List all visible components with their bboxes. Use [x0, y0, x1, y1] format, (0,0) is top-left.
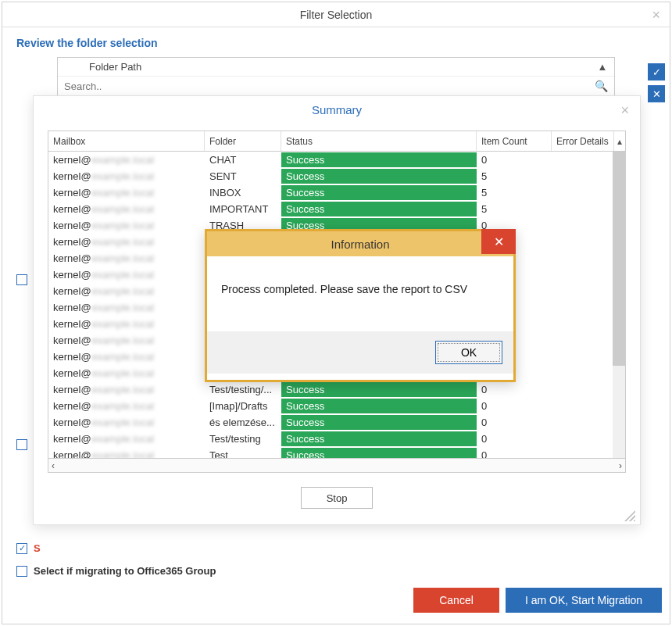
cell-folder: SENT	[205, 168, 281, 184]
resize-grip-icon[interactable]	[624, 510, 635, 521]
table-row[interactable]: kernel@example.localés elemzése...Succes…	[48, 414, 625, 431]
skip-option-label: S_________________________________	[34, 542, 227, 554]
folder-search-row: 🔍	[58, 77, 614, 95]
cell-count: 0	[477, 447, 552, 458]
cell-count: 5	[477, 201, 552, 217]
cell-folder: Test/testing/...	[205, 381, 281, 398]
cell-mailbox: kernel@example.local	[48, 234, 205, 250]
cell-status: Success	[281, 169, 477, 184]
cell-mailbox: kernel@example.local	[48, 447, 205, 458]
summary-titlebar: Summary ×	[34, 96, 640, 123]
cell-folder: Test	[205, 447, 281, 458]
table-row[interactable]: kernel@example.local[Imap]/DraftsSuccess…	[48, 398, 625, 414]
scroll-left-icon[interactable]: ‹	[52, 460, 55, 471]
close-icon[interactable]: ×	[616, 101, 634, 120]
cell-count: 0	[477, 398, 552, 414]
cell-folder: és elemzése...	[205, 414, 281, 431]
cell-mailbox: kernel@example.local	[48, 316, 205, 332]
col-error[interactable]: Error Details	[552, 131, 614, 151]
sort-up-icon[interactable]: ▲	[597, 62, 608, 73]
table-row[interactable]: kernel@example.localIMPORTANTSuccess5	[48, 201, 625, 217]
cell-folder: INBOX	[205, 184, 281, 201]
cell-status: Success	[281, 415, 477, 430]
side-chips: ✓ ✕	[648, 63, 665, 102]
info-footer: OK	[207, 331, 513, 374]
o365-option-row[interactable]: Select if migrating to Office365 Group	[16, 565, 227, 577]
info-message: Process completed. Please save the repor…	[207, 256, 513, 331]
checkbox-icon[interactable]	[16, 566, 27, 577]
cell-mailbox: kernel@example.local	[48, 299, 205, 316]
cell-mailbox: kernel@example.local	[48, 365, 205, 381]
cell-status: Success	[281, 431, 477, 446]
cell-count: 0	[477, 152, 552, 168]
cancel-button[interactable]: Cancel	[413, 588, 499, 613]
search-input[interactable]	[64, 80, 595, 92]
ok-button[interactable]: OK	[435, 341, 502, 364]
vertical-scrollbar[interactable]	[613, 152, 625, 458]
stop-button[interactable]: Stop	[301, 487, 373, 509]
close-icon[interactable]: ✕	[481, 229, 516, 254]
cell-count: 5	[477, 168, 552, 184]
cell-mailbox: kernel@example.local	[48, 250, 205, 266]
cell-count: 0	[477, 414, 552, 431]
clear-all-icon[interactable]: ✕	[648, 85, 665, 102]
table-row[interactable]: kernel@example.localTest/testing/...Succ…	[48, 381, 625, 398]
filter-title: Filter Selection	[300, 9, 373, 21]
cell-mailbox: kernel@example.local	[48, 349, 205, 365]
review-folder-label: Review the folder selection	[2, 27, 670, 57]
cell-count: 0	[477, 381, 552, 398]
cell-count: 5	[477, 184, 552, 201]
cell-mailbox: kernel@example.local	[48, 168, 205, 184]
sort-up-icon[interactable]: ▴	[614, 131, 625, 151]
table-row[interactable]: kernel@example.localCHATSuccess0	[48, 152, 625, 168]
lower-options: S_________________________________ Selec…	[16, 542, 227, 577]
cell-mailbox: kernel@example.local	[48, 201, 205, 217]
checkbox-icon[interactable]	[16, 439, 27, 450]
cell-folder: IMPORTANT	[205, 201, 281, 217]
search-icon[interactable]: 🔍	[595, 80, 608, 92]
cell-status: Success	[281, 185, 477, 200]
table-row[interactable]: kernel@example.localSENTSuccess5	[48, 168, 625, 184]
start-migration-button[interactable]: I am OK, Start Migration	[506, 588, 662, 613]
scrollbar-thumb[interactable]	[613, 152, 625, 366]
col-status[interactable]: Status	[281, 131, 477, 151]
grid-header[interactable]: Mailbox Folder Status Item Count Error D…	[48, 131, 625, 152]
cell-status: Success	[281, 399, 477, 413]
cell-mailbox: kernel@example.local	[48, 266, 205, 283]
cell-mailbox: kernel@example.local	[48, 414, 205, 431]
cell-status: Success	[281, 448, 477, 458]
checkbox-icon[interactable]	[16, 543, 27, 554]
checkbox-icon[interactable]	[16, 274, 27, 285]
cell-mailbox: kernel@example.local	[48, 217, 205, 234]
skip-option-row[interactable]: S_________________________________	[16, 542, 227, 554]
col-count[interactable]: Item Count	[477, 131, 552, 151]
folder-path-label: Folder Path	[89, 61, 141, 73]
footer-buttons: Cancel I am OK, Start Migration	[413, 588, 662, 613]
cell-mailbox: kernel@example.local	[48, 184, 205, 201]
cell-mailbox: kernel@example.local	[48, 381, 205, 398]
information-dialog: Information ✕ Process completed. Please …	[205, 229, 516, 382]
cell-status: Success	[281, 382, 477, 397]
cell-mailbox: kernel@example.local	[48, 398, 205, 414]
table-row[interactable]: kernel@example.localTest/testingSuccess0	[48, 431, 625, 447]
table-row[interactable]: kernel@example.localTestSuccess0	[48, 447, 625, 458]
col-folder[interactable]: Folder	[205, 131, 281, 151]
folder-path-box: Folder Path ▲ 🔍	[57, 57, 615, 96]
cell-folder: Test/testing	[205, 431, 281, 447]
info-title: Information	[331, 238, 389, 251]
cell-mailbox: kernel@example.local	[48, 332, 205, 349]
cell-mailbox: kernel@example.local	[48, 152, 205, 168]
horizontal-scrollbar[interactable]: ‹ ›	[48, 459, 626, 473]
info-titlebar: Information ✕	[207, 231, 513, 256]
col-mailbox[interactable]: Mailbox	[48, 131, 205, 151]
cell-status: Success	[281, 152, 477, 167]
summary-title: Summary	[312, 103, 362, 116]
scroll-right-icon[interactable]: ›	[619, 460, 622, 471]
check-all-icon[interactable]: ✓	[648, 63, 665, 80]
cell-mailbox: kernel@example.local	[48, 431, 205, 447]
table-row[interactable]: kernel@example.localINBOXSuccess5	[48, 184, 625, 201]
folder-path-header[interactable]: Folder Path ▲	[58, 58, 614, 77]
close-icon[interactable]: ×	[647, 5, 665, 25]
cell-folder: CHAT	[205, 152, 281, 168]
o365-option-label: Select if migrating to Office365 Group	[34, 565, 216, 577]
